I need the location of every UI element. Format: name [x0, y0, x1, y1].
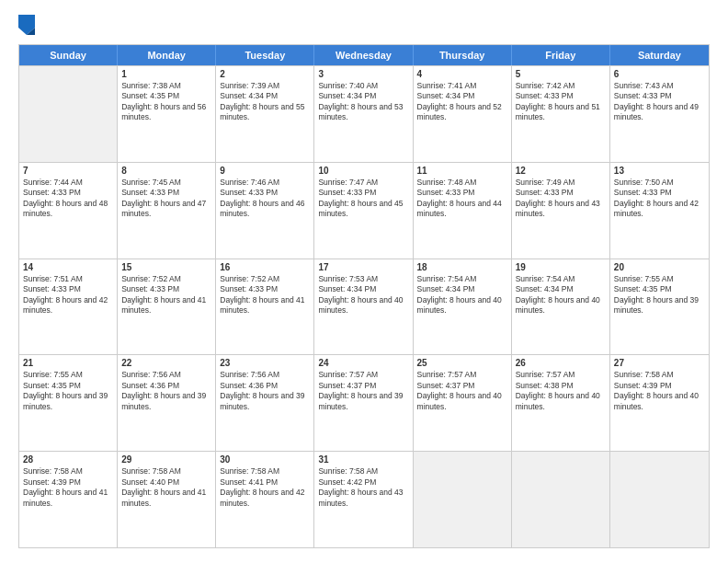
cal-cell: 15Sunrise: 7:52 AMSunset: 4:33 PMDayligh…	[118, 259, 216, 355]
week-row-5: 28Sunrise: 7:58 AMSunset: 4:39 PMDayligh…	[19, 451, 709, 547]
cell-info: Sunrise: 7:57 AMSunset: 4:37 PMDaylight:…	[417, 370, 507, 412]
cell-info: Sunrise: 7:49 AMSunset: 4:33 PMDaylight:…	[516, 178, 606, 220]
day-number: 23	[220, 358, 310, 368]
page: SundayMondayTuesdayWednesdayThursdayFrid…	[0, 0, 728, 563]
day-number: 4	[417, 69, 507, 79]
day-number: 30	[220, 454, 310, 465]
day-header-tuesday: Tuesday	[216, 45, 314, 65]
cell-info: Sunrise: 7:45 AMSunset: 4:33 PMDaylight:…	[121, 178, 211, 220]
day-number: 27	[614, 358, 705, 368]
day-number: 12	[516, 166, 606, 176]
cell-info: Sunrise: 7:46 AMSunset: 4:33 PMDaylight:…	[220, 178, 310, 220]
calendar-body: 1Sunrise: 7:38 AMSunset: 4:35 PMDaylight…	[19, 65, 709, 547]
day-number: 11	[417, 166, 507, 176]
cell-info: Sunrise: 7:44 AMSunset: 4:33 PMDaylight:…	[23, 178, 113, 220]
day-number: 10	[318, 166, 408, 176]
day-number: 6	[614, 69, 705, 79]
day-number: 31	[318, 454, 408, 465]
day-number: 28	[23, 454, 113, 465]
week-row-2: 7Sunrise: 7:44 AMSunset: 4:33 PMDaylight…	[19, 162, 709, 259]
day-number: 13	[614, 166, 705, 176]
cal-cell	[19, 66, 118, 162]
cell-info: Sunrise: 7:58 AMSunset: 4:41 PMDaylight:…	[220, 466, 310, 509]
cal-cell: 6Sunrise: 7:43 AMSunset: 4:33 PMDaylight…	[610, 66, 709, 162]
cell-info: Sunrise: 7:40 AMSunset: 4:34 PMDaylight:…	[318, 81, 408, 123]
cal-cell	[414, 452, 512, 547]
day-header-sunday: Sunday	[19, 45, 118, 65]
cal-cell: 19Sunrise: 7:54 AMSunset: 4:34 PMDayligh…	[512, 259, 610, 355]
day-number: 18	[417, 262, 507, 272]
cal-cell: 24Sunrise: 7:57 AMSunset: 4:37 PMDayligh…	[314, 355, 413, 451]
cal-cell: 2Sunrise: 7:39 AMSunset: 4:34 PMDaylight…	[216, 66, 314, 162]
cal-cell: 14Sunrise: 7:51 AMSunset: 4:33 PMDayligh…	[19, 259, 118, 355]
day-number: 21	[23, 358, 113, 368]
cell-info: Sunrise: 7:58 AMSunset: 4:40 PMDaylight:…	[121, 466, 211, 509]
week-row-1: 1Sunrise: 7:38 AMSunset: 4:35 PMDaylight…	[19, 65, 709, 162]
calendar: SundayMondayTuesdayWednesdayThursdayFrid…	[18, 44, 710, 548]
cell-info: Sunrise: 7:54 AMSunset: 4:34 PMDaylight:…	[516, 274, 606, 316]
day-number: 26	[516, 358, 606, 368]
day-header-thursday: Thursday	[414, 45, 512, 65]
cal-cell	[610, 452, 709, 547]
day-number: 5	[516, 69, 606, 79]
cell-info: Sunrise: 7:51 AMSunset: 4:33 PMDaylight:…	[23, 274, 113, 316]
cell-info: Sunrise: 7:48 AMSunset: 4:33 PMDaylight:…	[417, 178, 507, 220]
day-number: 24	[318, 358, 408, 368]
cal-cell: 20Sunrise: 7:55 AMSunset: 4:35 PMDayligh…	[610, 259, 709, 355]
cell-info: Sunrise: 7:39 AMSunset: 4:34 PMDaylight:…	[220, 81, 310, 123]
cal-cell: 23Sunrise: 7:56 AMSunset: 4:36 PMDayligh…	[216, 355, 314, 451]
cal-cell: 3Sunrise: 7:40 AMSunset: 4:34 PMDaylight…	[314, 66, 413, 162]
cal-cell: 29Sunrise: 7:58 AMSunset: 4:40 PMDayligh…	[118, 452, 216, 547]
day-header-monday: Monday	[118, 45, 216, 65]
logo	[18, 15, 39, 35]
cell-info: Sunrise: 7:56 AMSunset: 4:36 PMDaylight:…	[121, 370, 211, 412]
day-number: 22	[121, 358, 211, 368]
day-number: 8	[121, 166, 211, 176]
cell-info: Sunrise: 7:57 AMSunset: 4:37 PMDaylight:…	[318, 370, 408, 412]
cal-cell: 4Sunrise: 7:41 AMSunset: 4:34 PMDaylight…	[414, 66, 512, 162]
cal-cell: 28Sunrise: 7:58 AMSunset: 4:39 PMDayligh…	[19, 452, 118, 547]
calendar-header: SundayMondayTuesdayWednesdayThursdayFrid…	[19, 45, 709, 65]
day-number: 14	[23, 262, 113, 272]
cell-info: Sunrise: 7:43 AMSunset: 4:33 PMDaylight:…	[614, 81, 705, 123]
day-header-saturday: Saturday	[610, 45, 709, 65]
cell-info: Sunrise: 7:47 AMSunset: 4:33 PMDaylight:…	[318, 178, 408, 220]
day-number: 7	[23, 166, 113, 176]
cal-cell	[512, 452, 610, 547]
cal-cell: 22Sunrise: 7:56 AMSunset: 4:36 PMDayligh…	[118, 355, 216, 451]
header	[18, 15, 710, 35]
day-number: 19	[516, 262, 606, 272]
day-number: 1	[121, 69, 211, 79]
cell-info: Sunrise: 7:58 AMSunset: 4:42 PMDaylight:…	[318, 466, 408, 509]
cell-info: Sunrise: 7:55 AMSunset: 4:35 PMDaylight:…	[23, 370, 113, 412]
cal-cell: 27Sunrise: 7:58 AMSunset: 4:39 PMDayligh…	[610, 355, 709, 451]
cal-cell: 7Sunrise: 7:44 AMSunset: 4:33 PMDaylight…	[19, 163, 118, 259]
cell-info: Sunrise: 7:55 AMSunset: 4:35 PMDaylight:…	[614, 274, 705, 316]
cal-cell: 1Sunrise: 7:38 AMSunset: 4:35 PMDaylight…	[118, 66, 216, 162]
cell-info: Sunrise: 7:58 AMSunset: 4:39 PMDaylight:…	[614, 370, 705, 412]
day-number: 25	[417, 358, 507, 368]
cell-info: Sunrise: 7:38 AMSunset: 4:35 PMDaylight:…	[121, 81, 211, 123]
cal-cell: 21Sunrise: 7:55 AMSunset: 4:35 PMDayligh…	[19, 355, 118, 451]
week-row-3: 14Sunrise: 7:51 AMSunset: 4:33 PMDayligh…	[19, 259, 709, 355]
cell-info: Sunrise: 7:52 AMSunset: 4:33 PMDaylight:…	[121, 274, 211, 316]
day-number: 16	[220, 262, 310, 272]
week-row-4: 21Sunrise: 7:55 AMSunset: 4:35 PMDayligh…	[19, 354, 709, 451]
cal-cell: 12Sunrise: 7:49 AMSunset: 4:33 PMDayligh…	[512, 163, 610, 259]
cal-cell: 31Sunrise: 7:58 AMSunset: 4:42 PMDayligh…	[314, 452, 413, 547]
day-number: 3	[318, 69, 408, 79]
cell-info: Sunrise: 7:56 AMSunset: 4:36 PMDaylight:…	[220, 370, 310, 412]
cal-cell: 26Sunrise: 7:57 AMSunset: 4:38 PMDayligh…	[512, 355, 610, 451]
cell-info: Sunrise: 7:41 AMSunset: 4:34 PMDaylight:…	[417, 81, 507, 123]
day-number: 9	[220, 166, 310, 176]
cal-cell: 13Sunrise: 7:50 AMSunset: 4:33 PMDayligh…	[610, 163, 709, 259]
cell-info: Sunrise: 7:52 AMSunset: 4:33 PMDaylight:…	[220, 274, 310, 316]
cal-cell: 11Sunrise: 7:48 AMSunset: 4:33 PMDayligh…	[414, 163, 512, 259]
cal-cell: 8Sunrise: 7:45 AMSunset: 4:33 PMDaylight…	[118, 163, 216, 259]
logo-icon	[18, 15, 35, 35]
cal-cell: 10Sunrise: 7:47 AMSunset: 4:33 PMDayligh…	[314, 163, 413, 259]
cell-info: Sunrise: 7:54 AMSunset: 4:34 PMDaylight:…	[417, 274, 507, 316]
day-header-wednesday: Wednesday	[314, 45, 413, 65]
cal-cell: 30Sunrise: 7:58 AMSunset: 4:41 PMDayligh…	[216, 452, 314, 547]
cell-info: Sunrise: 7:57 AMSunset: 4:38 PMDaylight:…	[516, 370, 606, 412]
